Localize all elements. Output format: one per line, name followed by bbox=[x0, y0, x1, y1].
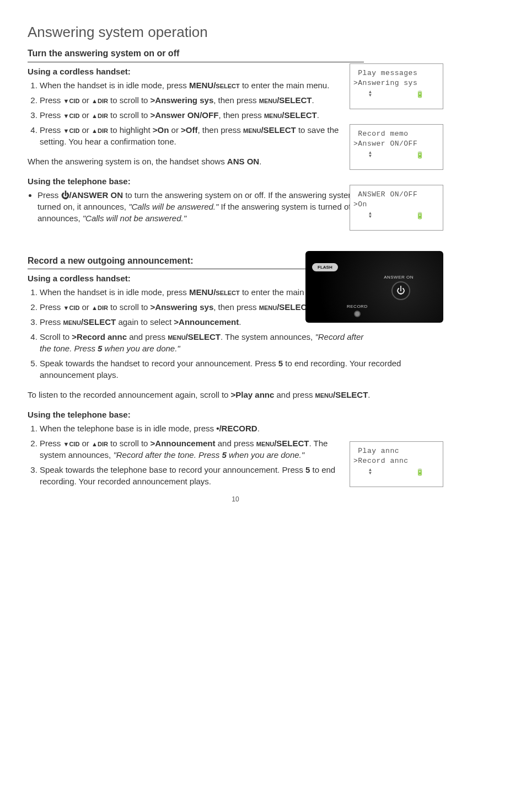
key: cid bbox=[69, 439, 79, 448]
target: >Answering sys bbox=[151, 302, 214, 312]
text: , then press bbox=[213, 302, 259, 312]
up-arrow-icon bbox=[92, 110, 98, 120]
quote: "Calls will be answered." bbox=[128, 202, 218, 211]
text: , then press bbox=[213, 95, 259, 105]
text: When the handset is in idle mode, press bbox=[40, 287, 189, 297]
lcd-line: >Answering sys bbox=[353, 78, 439, 88]
answer-on-label: ANSWER ON bbox=[384, 274, 414, 280]
key: /SELECT bbox=[282, 110, 316, 120]
section2-after: To listen to the recorded announcement a… bbox=[28, 389, 443, 400]
quote: "Record after the tone. Press bbox=[113, 450, 222, 460]
key: cid bbox=[69, 302, 79, 312]
section1-base-bullets: Press /ANSWER ON to turn the answering s… bbox=[28, 189, 364, 224]
text: or bbox=[169, 125, 181, 135]
key: dir bbox=[98, 125, 108, 135]
text: Press bbox=[40, 317, 63, 327]
key: /SELECT bbox=[277, 95, 312, 105]
updown-icon bbox=[369, 468, 372, 478]
up-arrow-icon bbox=[92, 125, 98, 135]
step: Press cid or dir to scroll to >Answer ON… bbox=[40, 109, 364, 121]
up-arrow-icon bbox=[92, 302, 98, 312]
section1-after: When the answering system is on, the han… bbox=[28, 156, 364, 167]
text: . bbox=[259, 157, 261, 166]
text: or bbox=[79, 110, 92, 120]
key: dir bbox=[98, 110, 108, 120]
key: menu bbox=[259, 302, 277, 312]
text: . bbox=[368, 390, 370, 399]
key: MENU/ bbox=[189, 287, 216, 297]
key: ANS ON bbox=[227, 157, 259, 166]
page-title: Answering system operation bbox=[28, 22, 443, 42]
key: select bbox=[216, 287, 239, 297]
text: and press bbox=[274, 390, 315, 399]
step: Press cid or dir to scroll to >Answering… bbox=[40, 94, 364, 106]
lcd-screen-1: Play messages >Answering sys bbox=[350, 63, 443, 109]
target: >Announcement bbox=[151, 439, 216, 448]
text: Press bbox=[40, 110, 63, 120]
quote: when you are done." bbox=[102, 344, 180, 353]
text: Press bbox=[40, 439, 63, 448]
text: Press bbox=[40, 302, 63, 312]
quote: 5 bbox=[222, 450, 227, 460]
text: to scroll to bbox=[108, 302, 151, 312]
up-arrow-icon bbox=[92, 439, 98, 448]
key: cid bbox=[69, 95, 79, 105]
battery-icon bbox=[416, 151, 424, 161]
flash-button: FLASH bbox=[312, 263, 338, 271]
text: and press bbox=[127, 332, 168, 341]
section1-handset-steps: When the handset is in idle mode, press … bbox=[28, 79, 364, 147]
key: /SELECT bbox=[186, 332, 221, 341]
key: /SELECT bbox=[261, 125, 296, 135]
section2-sub-base: Using the telephone base: bbox=[28, 409, 336, 420]
text: or bbox=[79, 95, 92, 105]
lcd-line: Play annc bbox=[353, 446, 439, 456]
lcd-line: >Record annc bbox=[353, 456, 439, 466]
lcd-screen-3: ANSWER ON/OFF >On bbox=[350, 185, 443, 231]
text: . The system announces, bbox=[221, 332, 315, 341]
text: to enter the main menu. bbox=[240, 81, 330, 90]
key: MENU/ bbox=[189, 81, 216, 90]
text: to scroll to bbox=[108, 95, 151, 105]
key: menu bbox=[63, 317, 81, 327]
target: >Play annc bbox=[231, 390, 275, 399]
down-arrow-icon bbox=[63, 110, 69, 120]
key: menu bbox=[259, 95, 277, 105]
text: or bbox=[79, 125, 92, 135]
text: or bbox=[79, 302, 92, 312]
text: or bbox=[79, 439, 92, 448]
text: , then press bbox=[218, 110, 264, 120]
key: menu bbox=[243, 125, 261, 135]
target: >Off bbox=[181, 125, 197, 135]
key: dir bbox=[98, 439, 108, 448]
target: >Record annc bbox=[72, 332, 127, 341]
key: /ANSWER ON bbox=[69, 190, 124, 200]
battery-icon bbox=[416, 212, 424, 221]
power-button-icon: ⏻ bbox=[391, 281, 410, 300]
bullet: Press /ANSWER ON to turn the answering s… bbox=[37, 189, 364, 224]
target: >Answer ON/OFF bbox=[151, 110, 219, 120]
text: When the answering system is on, the han… bbox=[28, 157, 227, 166]
key: /SELECT bbox=[333, 390, 368, 399]
target: >Answering sys bbox=[151, 95, 214, 105]
step: Speak towards the handset to record your… bbox=[40, 357, 443, 381]
text: and press bbox=[216, 439, 256, 448]
section1-sub-handset: Using a cordless handset: bbox=[28, 66, 364, 77]
text: . bbox=[257, 424, 260, 433]
step: When the telephone base is in idle mode,… bbox=[40, 423, 336, 434]
section2-base-steps: When the telephone base is in idle mode,… bbox=[28, 423, 336, 487]
target: >Announcement bbox=[174, 317, 239, 327]
text: When the handset is in idle mode, press bbox=[40, 81, 189, 90]
down-arrow-icon bbox=[63, 125, 69, 135]
lcd-line: >Answer ON/OFF bbox=[353, 139, 439, 149]
page-number: 10 bbox=[232, 495, 239, 504]
key: select bbox=[216, 81, 239, 90]
quote: "Calls will not be answered." bbox=[83, 213, 186, 223]
lcd-line: ANSWER ON/OFF bbox=[353, 190, 439, 200]
text: Speak towards the telephone base to reco… bbox=[40, 465, 305, 474]
text: . bbox=[239, 317, 241, 327]
key: /SELECT bbox=[274, 439, 309, 448]
text: to scroll to bbox=[108, 110, 151, 120]
text: Press bbox=[40, 95, 63, 105]
power-icon bbox=[61, 190, 69, 200]
key: dir bbox=[98, 302, 108, 312]
